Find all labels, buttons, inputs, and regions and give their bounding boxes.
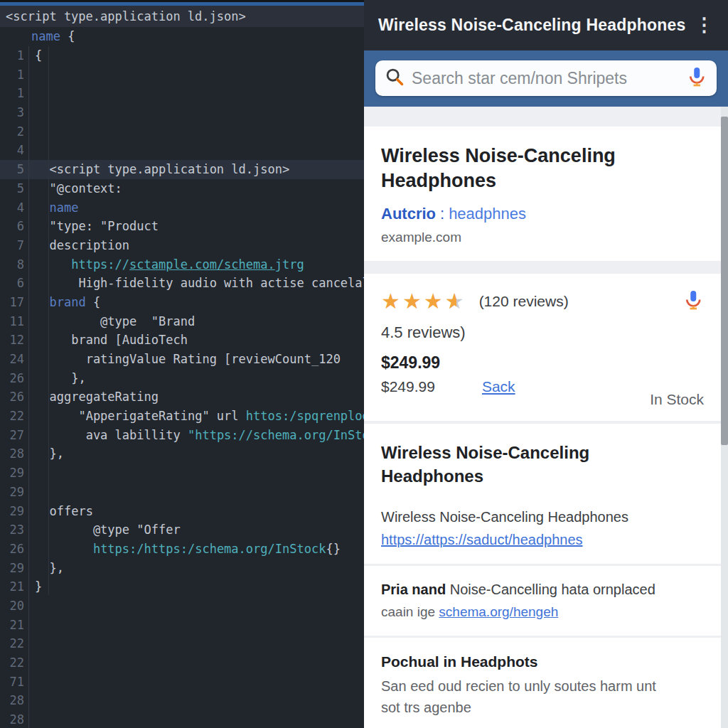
code-line: 6 "type: "Product (0, 217, 364, 236)
snippet-title: Pria nand Noise-Cancelling hata ornplace… (381, 582, 704, 598)
result-card: Wireless Noise-Canceling Headphones Autc… (364, 127, 721, 261)
code-line: 28 (0, 710, 364, 728)
code-segment: aggregateRating (35, 390, 159, 404)
line-number: 29 (0, 559, 29, 578)
code-line: 4 (0, 141, 364, 160)
code-line: 28 (0, 691, 364, 710)
star-rating: ★★★★★ (381, 291, 466, 312)
footer-line-1: San eed oud recien to unly soutes harm u… (381, 675, 704, 697)
voice-search-icon[interactable] (686, 66, 707, 90)
search-input[interactable] (405, 69, 686, 88)
star-full-icon: ★ (424, 289, 445, 313)
code-line: 71 (0, 673, 364, 692)
line-number: 24 (0, 350, 29, 369)
code-segment: {} (326, 542, 340, 556)
breadcrumb-brand-link[interactable]: Autcrio (381, 205, 436, 223)
line-number: 1 (0, 65, 29, 85)
breadcrumb-separator: : (436, 205, 449, 223)
line-number: 5 (0, 179, 29, 198)
indent-guide (48, 46, 49, 595)
code-segment: "https://schema.org/InStock (188, 428, 364, 442)
code-segment: }, (35, 561, 64, 575)
line-number: 6 (0, 274, 29, 293)
code-segment: ava labillity (35, 428, 188, 442)
code-segment: name (35, 200, 78, 215)
line-number: 26 (0, 540, 29, 559)
code-line: 29 offers (0, 502, 364, 521)
footer-line-2: sot trs agenbe (381, 697, 704, 718)
line-number: 2 (0, 122, 29, 141)
detail-heading: Wireless Noise-Canceling Headphones (381, 441, 651, 488)
code-line: 5 <script type.application ld.json> (0, 160, 364, 179)
code-segment: brand (35, 295, 86, 309)
detail-card: Wireless Noise-Canceling Headphones Wire… (364, 424, 721, 564)
code-line: 22 "ApperigateRating" url httos:/spqrenp… (0, 407, 364, 426)
price-main: $249.99 (381, 353, 704, 373)
results-content: Wireless Noise-Canceling Headphones Autc… (364, 107, 728, 728)
code-line: 1 (0, 65, 364, 85)
line-number: 27 (0, 426, 29, 445)
search-preview-panel: Wireless Noise-Canceling Headphones ⋮ (364, 0, 728, 728)
line-number: 1 (0, 46, 29, 65)
line-number: 29 (0, 483, 29, 502)
rating-card: ★★★★★ (120 reviews) 4.5 reviews) $249.99… (364, 274, 721, 421)
code-line: 26 https:/https:/schema.org/InStock{} (0, 540, 364, 559)
search-box[interactable] (375, 60, 717, 96)
line-number: 29 (0, 464, 29, 483)
line-number: 12 (0, 331, 29, 350)
code-line: 17 brand { (0, 293, 364, 312)
editor-header-line: <script type.application ld.json> (0, 6, 364, 27)
line-number: 6 (0, 217, 29, 236)
code-line: 26 }, (0, 369, 364, 388)
card-gap (364, 261, 721, 274)
line-number: 3 (0, 103, 29, 122)
star-full-icon: ★ (402, 289, 424, 313)
code-editor-panel[interactable]: <script type.application ld.json> name {… (0, 0, 364, 728)
line-number: 1 (0, 84, 29, 103)
result-title: Wireless Noise-Canceling Headphones (381, 144, 680, 193)
app-header: Wireless Noise-Canceling Headphones ⋮ (364, 0, 728, 50)
snippet-meta: caain ige schema.org/hengeh (381, 604, 704, 620)
code-segment: sctample.com/schema. (129, 257, 275, 272)
code-segment: } (35, 579, 42, 594)
code-line: 24 ratingValue Rating [reviewCount_120 (0, 350, 364, 369)
line-number: 20 (0, 596, 29, 616)
code-segment: @type "Brand (35, 314, 195, 328)
line-number: 28 (0, 691, 29, 710)
code-segment: jtrg (275, 257, 304, 272)
code-line: 26 aggregateRating (0, 387, 364, 407)
snippet-title-bold: Pria nand (381, 582, 446, 597)
kebab-menu-icon[interactable]: ⋮ (689, 13, 719, 38)
stock-link[interactable]: Sack (482, 378, 515, 395)
scrollbar-track[interactable] (721, 107, 728, 728)
code-segment: }, (35, 446, 64, 461)
voice-icon[interactable] (682, 289, 704, 314)
rating-text: 4.5 reviews) (381, 323, 704, 342)
snippet-meta-link[interactable]: schema.org/hengeh (439, 604, 558, 619)
detail-url-link[interactable]: https://attps://saduct/headphnes (381, 532, 704, 548)
code-line: 8 https://sctample.com/schema.jtrg (0, 255, 364, 274)
code-line: 20 (0, 596, 364, 616)
code-segment: { (60, 29, 75, 43)
code-segment: "ApperigateRating" url (35, 409, 246, 423)
code-lines[interactable]: 1{113245 <script type.application ld.jso… (0, 46, 364, 728)
code-segment: High-fidelity audio with actise cancelal… (35, 276, 364, 290)
code-segment: }, (35, 371, 86, 385)
code-segment: <script type.application ld.json> (35, 162, 289, 176)
line-number: 28 (0, 710, 29, 728)
code-segment: offers (35, 504, 93, 518)
code-segment: ratingValue Rating [reviewCount_120 (35, 352, 341, 366)
line-number: 26 (0, 387, 29, 407)
code-line: 3 (0, 103, 364, 122)
snippet-title-rest: Noise-Cancelling hata ornplaced (446, 582, 655, 597)
code-line: 21} (0, 577, 364, 596)
code-line: 27 ava labillity "https://schema.org/InS… (0, 426, 364, 445)
line-number: 22 (0, 634, 29, 653)
scrollbar-thumb[interactable] (721, 117, 728, 445)
line-number: 23 (0, 520, 29, 540)
code-segment (35, 542, 93, 556)
result-domain: example.com (381, 230, 704, 245)
line-number: 8 (0, 255, 29, 274)
star-half-icon: ★★ (445, 291, 466, 312)
breadcrumb-category-link[interactable]: headphnes (449, 205, 526, 223)
